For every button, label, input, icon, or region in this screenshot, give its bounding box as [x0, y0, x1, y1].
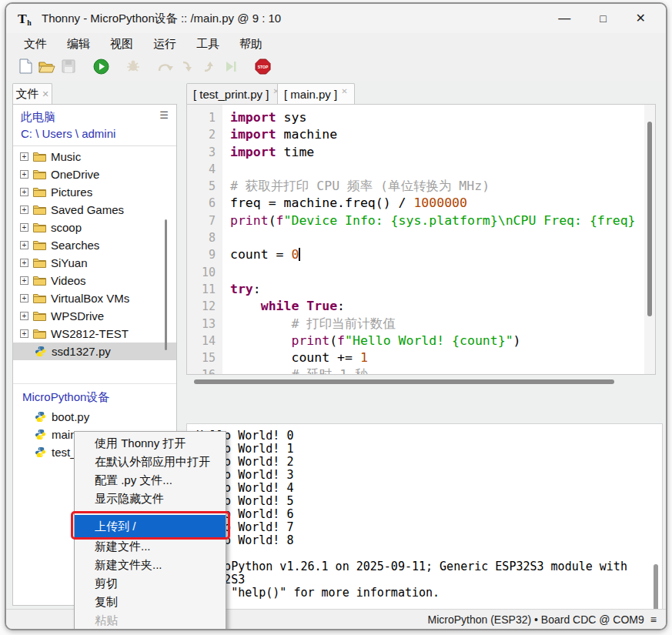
tab-close-icon[interactable]: ✕: [341, 87, 347, 95]
this-pc-link[interactable]: 此电脑: [21, 109, 170, 125]
folder-row-2[interactable]: +Pictures: [13, 183, 176, 201]
context-menu-item-1[interactable]: 在默认外部应用中打开: [75, 453, 226, 471]
editor-hscroll-thumb[interactable]: [194, 379, 614, 384]
main-area: 文件 ✕ 此电脑 C: \ Users \ admini ☰ +Music+On…: [6, 81, 666, 612]
context-menu-item-0[interactable]: 使用 Thonny 打开: [75, 434, 226, 453]
context-menu-item-11[interactable]: 重命名: [75, 630, 226, 630]
menubar-item-4[interactable]: 工具: [186, 35, 229, 54]
shell-line: MicroPython v1.26.1 on 2025-09-11; Gener…: [196, 560, 653, 573]
folder-icon: [33, 152, 46, 162]
code-token: count =: [230, 247, 291, 262]
files-panel-tab[interactable]: 文件 ✕: [12, 83, 52, 104]
current-path-link[interactable]: C: \ Users \ admini: [21, 125, 170, 142]
expand-icon[interactable]: +: [20, 170, 28, 179]
toolbar: STOP: [6, 55, 666, 81]
device-section-header[interactable]: MicroPython设备: [13, 389, 176, 408]
code-token: :: [337, 299, 345, 313]
code-token: [230, 316, 291, 331]
folder-row-1[interactable]: +OneDrive: [13, 165, 176, 183]
expand-icon[interactable]: +: [20, 259, 28, 267]
folder-label: scoop: [51, 221, 82, 234]
folder-row-0[interactable]: +Music: [13, 148, 176, 165]
editor-tab-active[interactable]: [ main.py ]✕: [277, 83, 355, 104]
run-script-button[interactable]: [91, 58, 111, 78]
folder-row-5[interactable]: +Searches: [13, 236, 176, 254]
interpreter-status[interactable]: MicroPython (ESP32) • Board CDC @ COM9: [428, 613, 644, 626]
context-menu-item-3[interactable]: 显示隐藏文件: [75, 490, 226, 508]
code-area[interactable]: import sysimport machineimport time # 获取…: [222, 105, 644, 374]
line-number: 4: [187, 161, 222, 178]
code-token: print: [291, 333, 329, 348]
folder-row-3[interactable]: +Saved Games: [13, 201, 176, 219]
shell-line: Hello World! 0: [196, 429, 653, 443]
status-menu-icon[interactable]: ≡: [650, 613, 657, 626]
context-menu-item-2[interactable]: 配置 .py 文件...: [75, 471, 226, 490]
context-menu-item-5[interactable]: 上传到 /: [75, 515, 226, 537]
code-token: import: [230, 127, 276, 142]
app-window: Th Thonny - MicroPython设备 :: /main.py @ …: [5, 2, 667, 630]
code-token: while: [261, 299, 299, 313]
shell-line: Hello World! 8: [196, 534, 653, 547]
expand-icon[interactable]: +: [20, 152, 28, 161]
folder-row-10[interactable]: +WS2812-TEST: [13, 325, 176, 343]
selected-file-row[interactable]: ssd1327.py: [13, 343, 176, 360]
expand-icon[interactable]: +: [20, 294, 28, 302]
expand-icon[interactable]: +: [20, 276, 28, 285]
device-file-row-0[interactable]: boot.py: [13, 408, 176, 426]
menubar-item-5[interactable]: 帮助: [229, 35, 272, 54]
code-line-12: while True:: [230, 298, 644, 315]
editor-hscroll-track[interactable]: [188, 379, 656, 386]
expand-icon[interactable]: +: [20, 329, 28, 338]
maximize-button[interactable]: □: [600, 13, 606, 24]
context-menu-item-6[interactable]: 新建文件...: [75, 537, 226, 556]
folder-row-4[interactable]: +scoop: [13, 219, 176, 236]
files-panel-scrollbar[interactable]: [165, 219, 167, 350]
folder-row-9[interactable]: +WPSDrive: [13, 307, 176, 325]
menubar-item-0[interactable]: 文件: [14, 35, 57, 54]
context-menu-item-7[interactable]: 新建文件夹...: [75, 556, 226, 574]
editor-tab-label: [ main.py ]: [284, 88, 337, 101]
context-menu-item-9[interactable]: 复制: [75, 593, 226, 611]
files-panel-menu-icon[interactable]: ☰: [159, 109, 169, 121]
code-editor[interactable]: 12345678910111213141516 import sysimport…: [186, 104, 656, 375]
expand-icon[interactable]: +: [20, 188, 28, 196]
svg-text:h: h: [27, 18, 32, 27]
editor-tab-0[interactable]: [ test_print.py ]✕: [186, 83, 286, 104]
folder-row-6[interactable]: +SiYuan: [13, 254, 176, 272]
folder-row-8[interactable]: +VirtualBox VMs: [13, 289, 176, 307]
menubar-item-1[interactable]: 编辑: [57, 35, 100, 54]
stop-restart-button[interactable]: STOP: [252, 58, 272, 78]
editor-vscroll-thumb[interactable]: [647, 122, 652, 316]
expand-icon[interactable]: +: [20, 206, 28, 214]
code-token: (: [329, 333, 337, 348]
files-panel-close-icon[interactable]: ✕: [42, 89, 48, 99]
code-token: True: [306, 299, 337, 313]
selected-file-label: ssd1327.py: [52, 345, 111, 358]
close-button[interactable]: ✕: [636, 12, 646, 25]
menubar-item-3[interactable]: 运行: [143, 35, 186, 54]
editor-vscroll-track[interactable]: [644, 105, 655, 374]
step-over-icon: [158, 61, 173, 75]
line-number: 1: [187, 109, 222, 126]
code-line-7: print(f"Device Info: {sys.platform}\nCPU…: [230, 212, 644, 229]
expand-icon[interactable]: +: [20, 223, 28, 232]
line-number: 9: [187, 246, 222, 263]
folder-row-7[interactable]: +Videos: [13, 272, 176, 289]
folder-label: OneDrive: [51, 168, 99, 181]
code-token: f: [276, 213, 284, 228]
expand-icon[interactable]: +: [20, 241, 28, 249]
expand-icon[interactable]: +: [20, 312, 28, 320]
new-file-button[interactable]: [15, 58, 35, 78]
title-bar: Th Thonny - MicroPython设备 :: /main.py @ …: [6, 4, 666, 33]
shell-output: Hello World! 0Hello World! 1Hello World!…: [187, 424, 662, 605]
python-file-icon: [34, 346, 47, 357]
code-line-9: count = 0: [230, 246, 644, 263]
resume-icon: [224, 60, 237, 76]
shell-panel[interactable]: Hello World! 0Hello World! 1Hello World!…: [186, 423, 663, 610]
open-file-button[interactable]: [37, 58, 57, 78]
minimize-button[interactable]: —: [558, 12, 570, 25]
shell-vscroll-thumb[interactable]: [654, 564, 658, 610]
shell-line: Hello World! 7: [196, 521, 653, 534]
context-menu-item-8[interactable]: 剪切: [75, 574, 226, 593]
menubar-item-2[interactable]: 视图: [100, 35, 143, 54]
